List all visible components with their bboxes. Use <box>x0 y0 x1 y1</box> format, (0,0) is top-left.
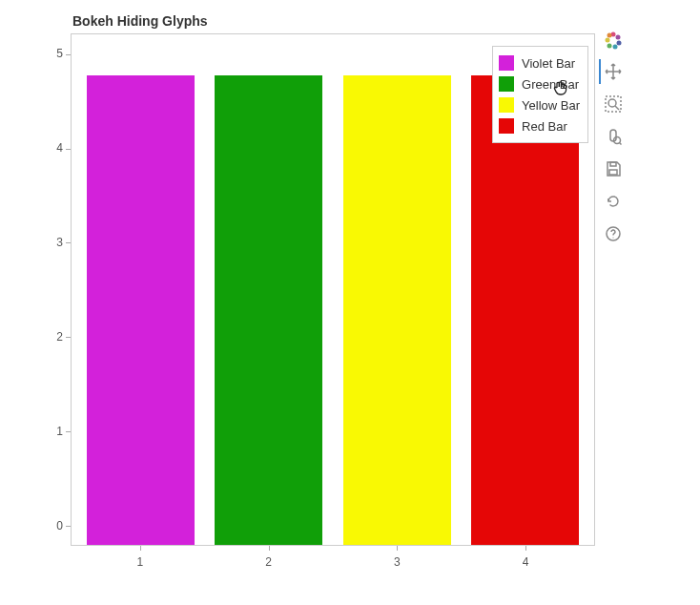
x-axis-ticks: 1 2 3 4 <box>71 550 595 569</box>
bokeh-logo-icon[interactable] <box>604 31 623 50</box>
svg-point-8 <box>608 99 616 107</box>
toolbar <box>599 31 628 246</box>
bar-violet[interactable] <box>87 75 195 545</box>
svg-point-5 <box>606 38 610 43</box>
svg-point-1 <box>616 35 621 40</box>
legend: Violet Bar Green Bar Yellow Bar Red Bar <box>492 46 588 143</box>
bar-red[interactable] <box>471 75 579 545</box>
chart-title: Bokeh Hiding Glyphs <box>72 13 208 29</box>
reset-tool-icon[interactable] <box>599 189 628 214</box>
legend-item-yellow[interactable]: Yellow Bar <box>499 94 580 115</box>
y-tick-label: 2 <box>56 330 63 344</box>
legend-swatch-icon <box>499 118 514 134</box>
svg-rect-12 <box>609 170 617 175</box>
svg-point-6 <box>607 33 612 38</box>
x-tick-label: 2 <box>265 555 272 569</box>
legend-label: Red Bar <box>522 119 567 134</box>
legend-label: Green Bar <box>522 77 579 92</box>
legend-item-green[interactable]: Green Bar <box>499 73 580 94</box>
box-zoom-tool-icon[interactable] <box>599 92 628 116</box>
help-tool-icon[interactable] <box>599 221 628 246</box>
legend-swatch-icon <box>499 97 514 113</box>
x-tick-label: 3 <box>394 555 401 569</box>
y-tick-label: 1 <box>56 425 63 438</box>
x-tick-label: 1 <box>136 555 143 569</box>
legend-label: Yellow Bar <box>522 98 580 113</box>
plot-area[interactable]: Violet Bar Green Bar Yellow Bar Red Bar <box>71 33 595 546</box>
wheel-zoom-tool-icon[interactable] <box>599 124 628 149</box>
legend-item-red[interactable]: Red Bar <box>499 115 580 136</box>
pan-tool-icon[interactable] <box>599 59 628 84</box>
y-tick-label: 3 <box>56 236 63 249</box>
y-tick-label: 5 <box>56 47 63 60</box>
legend-swatch-icon <box>499 76 514 92</box>
chart-container: Bokeh Hiding Glyphs 0 1 2 3 4 5 1 2 3 4 <box>0 0 700 605</box>
y-tick-label: 0 <box>56 519 63 532</box>
bar-yellow[interactable] <box>343 75 451 545</box>
y-axis-ticks: 0 1 2 3 4 5 <box>0 33 67 546</box>
legend-label: Violet Bar <box>522 56 575 71</box>
save-tool-icon[interactable] <box>599 156 628 181</box>
svg-point-3 <box>613 45 618 50</box>
legend-swatch-icon <box>499 55 514 71</box>
svg-point-14 <box>612 237 613 238</box>
svg-point-2 <box>617 41 622 46</box>
svg-point-4 <box>607 44 612 49</box>
y-tick-label: 4 <box>56 141 63 155</box>
legend-item-violet[interactable]: Violet Bar <box>499 52 580 73</box>
x-tick-label: 4 <box>523 555 529 569</box>
svg-rect-11 <box>610 162 616 166</box>
bar-green[interactable] <box>215 75 322 545</box>
